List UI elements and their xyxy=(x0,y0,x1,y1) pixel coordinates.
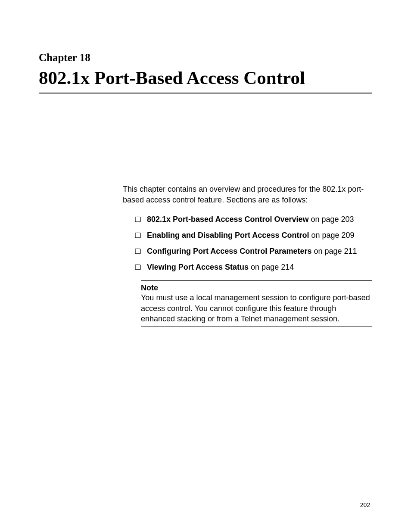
section-list: 802.1x Port-based Access Control Overvie… xyxy=(123,215,372,272)
section-link[interactable]: 802.1x Port-based Access Control Overvie… xyxy=(147,215,309,224)
note-heading: Note xyxy=(141,283,372,292)
page-container: Chapter 18 802.1x Port-Based Access Cont… xyxy=(0,0,411,327)
list-item: Viewing Port Access Status on page 214 xyxy=(135,263,372,272)
chapter-label: Chapter 18 xyxy=(39,52,372,64)
section-page-ref: on page 211 xyxy=(311,247,357,255)
note-body: You must use a local management session … xyxy=(141,292,372,324)
content-block: This chapter contains an overview and pr… xyxy=(123,184,372,327)
intro-text: This chapter contains an overview and pr… xyxy=(123,184,372,205)
section-link[interactable]: Configuring Port Access Control Paramete… xyxy=(147,247,311,255)
section-page-ref: on page 203 xyxy=(309,215,354,224)
list-item: 802.1x Port-based Access Control Overvie… xyxy=(135,215,372,224)
page-number: 202 xyxy=(360,501,370,508)
section-link[interactable]: Viewing Port Access Status xyxy=(147,263,249,271)
note-box: Note You must use a local management ses… xyxy=(141,280,372,327)
list-item: Enabling and Disabling Port Access Contr… xyxy=(135,231,372,240)
chapter-title: 802.1x Port-Based Access Control xyxy=(39,67,372,93)
section-link[interactable]: Enabling and Disabling Port Access Contr… xyxy=(147,231,309,240)
section-page-ref: on page 214 xyxy=(249,263,294,271)
section-page-ref: on page 209 xyxy=(309,231,354,240)
list-item: Configuring Port Access Control Paramete… xyxy=(135,247,372,256)
